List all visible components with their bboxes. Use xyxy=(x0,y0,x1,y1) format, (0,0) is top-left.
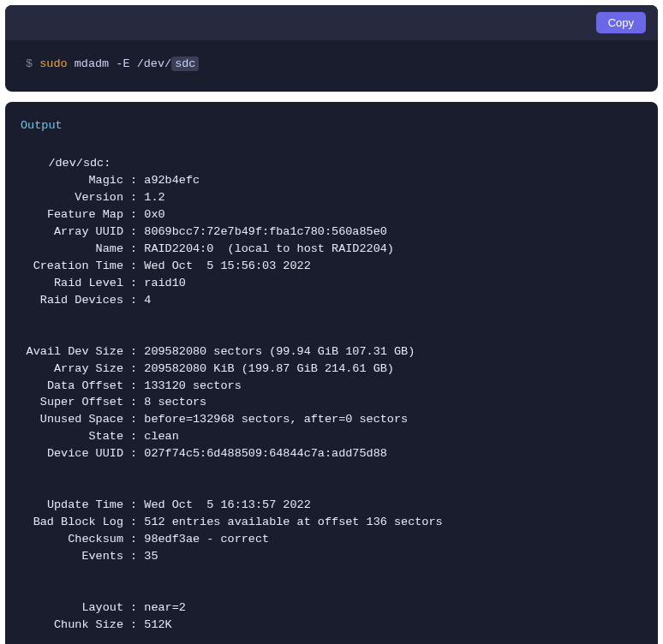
output-value: 8069bcc7:72e7b49f:fba1c780:560a85e0 xyxy=(144,225,387,238)
output-key: Name xyxy=(21,241,123,258)
output-line: Name : RAID2204:0 (local to host RAID220… xyxy=(21,241,642,258)
output-value: 027f74c5:6d488509:64844c7a:add75d88 xyxy=(144,447,387,460)
command-block: Copy $ sudo mdadm -E /dev/sdc xyxy=(5,5,658,92)
output-value: a92b4efc xyxy=(144,174,200,187)
output-value: RAID2204:0 (local to host RAID2204) xyxy=(144,242,394,255)
output-key: Feature Map xyxy=(21,206,123,224)
output-line: Data Offset : 133120 sectors xyxy=(21,378,642,395)
command-flag: -E xyxy=(116,57,129,70)
output-key: Creation Time xyxy=(21,258,123,275)
output-key: Raid Devices xyxy=(21,292,123,309)
output-value: 8 sectors xyxy=(144,396,206,408)
output-line: Chunk Size : 512K xyxy=(21,617,642,634)
output-line: Layout : near=2 xyxy=(21,599,642,617)
output-sep: : xyxy=(123,379,144,392)
output-key: Raid Level xyxy=(21,275,123,292)
output-value: 209582080 sectors (99.94 GiB 107.31 GB) xyxy=(144,345,415,358)
output-value: 4 xyxy=(144,294,151,307)
output-key: Device UUID xyxy=(21,445,123,462)
output-line: Raid Devices : 4 xyxy=(21,292,642,309)
output-line: Version : 1.2 xyxy=(21,189,642,206)
output-sep: : xyxy=(123,208,144,221)
output-value: Wed Oct 5 16:13:57 2022 xyxy=(144,498,310,511)
output-sep: : xyxy=(123,601,144,614)
output-sep: : xyxy=(123,533,144,546)
output-value: raid10 xyxy=(144,277,186,289)
output-value: near=2 xyxy=(144,601,186,614)
output-sep: : xyxy=(123,259,144,272)
output-block: Output /dev/sdc: Magic : a92b4efcVersion… xyxy=(5,102,658,644)
output-value: 209582080 KiB (199.87 GiB 214.61 GB) xyxy=(144,362,394,375)
output-key: Array UUID xyxy=(21,224,123,241)
command-name: mdadm xyxy=(75,57,110,70)
output-line: Update Time : Wed Oct 5 16:13:57 2022 xyxy=(21,497,642,514)
output-sep: : xyxy=(123,362,144,375)
output-key: Update Time xyxy=(21,497,123,514)
output-line: Array UUID : 8069bcc7:72e7b49f:fba1c780:… xyxy=(21,224,642,241)
output-sep: : xyxy=(123,498,144,511)
output-line: Unused Space : before=132968 sectors, af… xyxy=(21,411,642,428)
output-key: State xyxy=(21,428,123,445)
output-key: Events xyxy=(21,548,123,565)
output-key: Unused Space xyxy=(21,411,123,428)
output-key: Chunk Size xyxy=(21,617,123,634)
output-group-2: Avail Dev Size : 209582080 sectors (99.9… xyxy=(21,343,642,463)
output-line: Checksum : 98edf3ae - correct xyxy=(21,531,642,548)
command-highlight: sdc xyxy=(171,57,199,71)
output-key: Super Offset xyxy=(21,394,123,411)
output-line: Raid Level : raid10 xyxy=(21,275,642,292)
output-key: Avail Dev Size xyxy=(21,343,123,361)
output-sep: : xyxy=(123,242,144,255)
output-key: Data Offset xyxy=(21,378,123,395)
output-value: 1.2 xyxy=(144,191,164,204)
output-key: Magic xyxy=(21,172,123,189)
output-sep: : xyxy=(123,191,144,204)
output-sep: : xyxy=(123,430,144,443)
command-header: Copy xyxy=(5,5,658,40)
output-sep: : xyxy=(123,413,144,426)
command-text xyxy=(68,57,75,70)
output-value: 35 xyxy=(144,550,158,563)
output-sep: : xyxy=(123,277,144,289)
command-body: $ sudo mdadm -E /dev/sdc xyxy=(5,40,658,92)
command-space2 xyxy=(130,57,137,70)
output-line: Creation Time : Wed Oct 5 15:56:03 2022 xyxy=(21,258,642,275)
shell-prompt: $ xyxy=(26,57,39,70)
output-line: Events : 35 xyxy=(21,548,642,565)
output-sep: : xyxy=(123,516,144,528)
output-value: 98edf3ae - correct xyxy=(144,533,269,546)
output-line: State : clean xyxy=(21,428,642,445)
output-sep: : xyxy=(123,294,144,307)
output-sep: : xyxy=(123,225,144,238)
output-content: /dev/sdc: Magic : a92b4efcVersion : 1.2F… xyxy=(21,138,642,644)
copy-button[interactable]: Copy xyxy=(596,12,646,33)
output-line: Avail Dev Size : 209582080 sectors (99.9… xyxy=(21,343,642,361)
output-value: Wed Oct 5 15:56:03 2022 xyxy=(144,259,310,272)
output-sep: : xyxy=(123,447,144,460)
output-key: Version xyxy=(21,189,123,206)
output-value: 512K xyxy=(144,618,171,631)
output-value: 133120 sectors xyxy=(144,379,241,392)
output-group-1: Magic : a92b4efcVersion : 1.2Feature Map… xyxy=(21,172,642,309)
output-sep: : xyxy=(123,345,144,358)
output-value: clean xyxy=(144,430,179,443)
output-value: 512 entries available at offset 136 sect… xyxy=(144,516,442,528)
output-line: Array Size : 209582080 KiB (199.87 GiB 2… xyxy=(21,361,642,378)
output-value: before=132968 sectors, after=0 sectors xyxy=(144,413,408,426)
output-line: Bad Block Log : 512 entries available at… xyxy=(21,514,642,531)
output-device-header: /dev/sdc: xyxy=(48,157,110,170)
command-path: /dev/ xyxy=(137,57,172,70)
output-label: Output xyxy=(21,117,642,134)
output-line: Magic : a92b4efc xyxy=(21,172,642,189)
output-line: Feature Map : 0x0 xyxy=(21,206,642,224)
output-group-3: Update Time : Wed Oct 5 16:13:57 2022Bad… xyxy=(21,497,642,565)
output-key: Checksum xyxy=(21,531,123,548)
output-sep: : xyxy=(123,618,144,631)
output-value: 0x0 xyxy=(144,208,164,221)
output-line: Super Offset : 8 sectors xyxy=(21,394,642,411)
output-line: Device UUID : 027f74c5:6d488509:64844c7a… xyxy=(21,445,642,462)
output-key: Layout xyxy=(21,599,123,617)
output-group-4: Layout : near=2Chunk Size : 512K xyxy=(21,599,642,634)
output-sep: : xyxy=(123,174,144,187)
output-sep: : xyxy=(123,396,144,408)
